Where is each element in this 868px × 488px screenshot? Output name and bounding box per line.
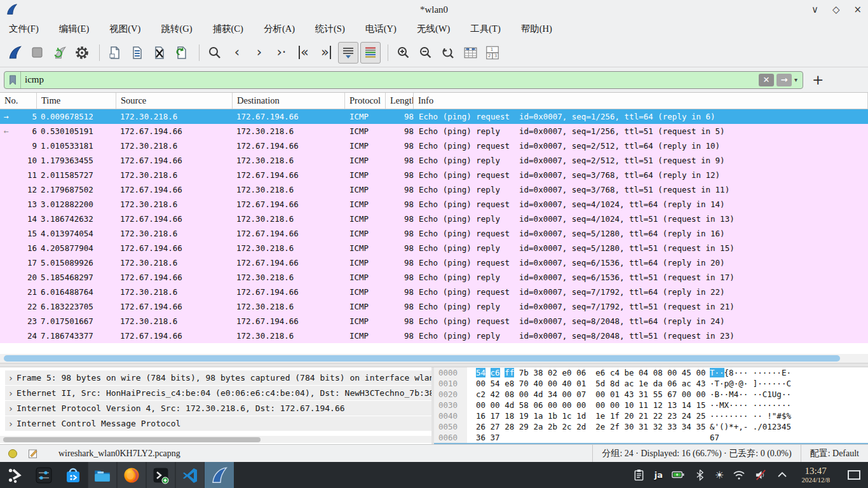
open-file-icon[interactable] bbox=[105, 42, 125, 64]
details-hscrollbar[interactable] bbox=[0, 436, 434, 443]
display-filter-box[interactable]: ✕ → ▾ bbox=[4, 71, 803, 89]
column-header-source[interactable]: Source bbox=[116, 93, 233, 109]
scrollbar-thumb[interactable] bbox=[4, 355, 840, 362]
brightness-icon[interactable]: ☀ bbox=[715, 469, 724, 481]
hex-row-0020[interactable]: 0020c2 42 08 00 4d 34 00 07 00 01 43 31 … bbox=[434, 389, 868, 400]
filter-dropdown-caret-icon[interactable]: ▾ bbox=[794, 76, 797, 83]
maximize-icon[interactable]: ◇ bbox=[832, 4, 840, 15]
scrollbar-thumb[interactable] bbox=[3, 437, 261, 442]
filter-clear-icon[interactable]: ✕ bbox=[759, 74, 774, 86]
filter-apply-icon[interactable]: → bbox=[776, 74, 792, 86]
wifi-icon[interactable] bbox=[733, 468, 745, 481]
layout-icon[interactable]: 123 bbox=[482, 42, 503, 64]
tray-expander-icon[interactable] bbox=[776, 468, 789, 481]
packet-row-16[interactable]: 164.205877904172.67.194.66172.30.218.6IC… bbox=[0, 241, 868, 255]
start-capture-icon[interactable] bbox=[5, 42, 25, 64]
menu-item-6[interactable]: 分析(A) bbox=[262, 22, 296, 36]
column-header-info[interactable]: Info bbox=[414, 93, 868, 109]
hex-row-0050[interactable]: 005026 27 28 29 2a 2b 2c 2d 2e 2f 30 31 … bbox=[434, 421, 868, 432]
expert-info-icon[interactable] bbox=[6, 447, 19, 460]
go-to-packet-icon[interactable]: ›· bbox=[271, 42, 292, 64]
expand-chevron-icon[interactable]: › bbox=[5, 403, 17, 414]
menu-item-4[interactable]: 跳转(G) bbox=[159, 22, 193, 36]
menu-item-5[interactable]: 捕获(C) bbox=[212, 22, 245, 36]
expand-chevron-icon[interactable]: › bbox=[5, 373, 17, 383]
go-last-packet-icon[interactable]: » bbox=[316, 42, 336, 64]
bluetooth-icon[interactable] bbox=[693, 468, 706, 481]
capture-options-icon[interactable] bbox=[72, 42, 92, 64]
hex-row-0030[interactable]: 003000 00 4d 58 06 00 00 00 00 00 10 11 … bbox=[434, 400, 868, 410]
packet-row-21[interactable]: 216.016488764172.30.218.6172.67.194.66IC… bbox=[0, 285, 868, 299]
stop-capture-icon[interactable] bbox=[27, 42, 48, 64]
find-packet-icon[interactable] bbox=[205, 42, 225, 64]
go-back-icon[interactable]: ‹ bbox=[227, 42, 247, 64]
menu-item-11[interactable]: 帮助(H) bbox=[520, 22, 553, 36]
packet-row-13[interactable]: 133.012882200172.30.218.6172.67.194.66IC… bbox=[0, 197, 868, 212]
colorize-packets-icon[interactable] bbox=[360, 42, 381, 64]
minimize-icon[interactable]: ∨ bbox=[811, 4, 818, 15]
packet-list-hscrollbar[interactable] bbox=[0, 354, 868, 363]
column-header-destination[interactable]: Destination bbox=[233, 93, 345, 109]
packet-row-11[interactable]: 112.011585727172.30.218.6172.67.194.66IC… bbox=[0, 168, 868, 182]
save-file-icon[interactable] bbox=[127, 42, 147, 64]
packet-row-5[interactable]: →50.009678512172.30.218.6172.67.194.66IC… bbox=[0, 109, 868, 124]
file-manager-icon[interactable] bbox=[88, 462, 117, 488]
packet-row-12[interactable]: 122.179687502172.67.194.66172.30.218.6IC… bbox=[0, 182, 868, 197]
capture-file-name[interactable]: wireshark_wlan0KH7LY2.pcapng bbox=[47, 449, 180, 459]
zoom-reset-icon[interactable] bbox=[438, 42, 458, 64]
filter-bookmark-icon[interactable] bbox=[4, 72, 21, 88]
detail-row-4[interactable]: ›Internet Control Message Protocol bbox=[5, 416, 431, 431]
packet-row-24[interactable]: 247.186743377172.67.194.66172.30.218.6IC… bbox=[0, 329, 868, 343]
hex-row-0060[interactable]: 006036 3767 bbox=[434, 432, 868, 443]
close-icon[interactable]: × bbox=[853, 4, 862, 15]
firefox-icon[interactable] bbox=[117, 462, 146, 488]
packet-row-10[interactable]: 101.179363455172.67.194.66172.30.218.6IC… bbox=[0, 153, 868, 168]
hex-row-0010[interactable]: 001000 54 e8 70 40 00 40 01 5d 8d ac 1e … bbox=[434, 378, 868, 389]
close-file-icon[interactable] bbox=[149, 42, 170, 64]
capture-comment-icon[interactable] bbox=[27, 447, 39, 460]
clipboard-icon[interactable] bbox=[633, 468, 646, 481]
settings-icon[interactable] bbox=[29, 462, 58, 488]
packet-row-9[interactable]: 91.010533181172.30.218.6172.67.194.66ICM… bbox=[0, 139, 868, 153]
column-header-time[interactable]: Time bbox=[37, 93, 116, 109]
packet-row-22[interactable]: 226.183223705172.67.194.66172.30.218.6IC… bbox=[0, 299, 868, 314]
app-launcher-icon[interactable] bbox=[0, 462, 29, 488]
hex-row-0000[interactable]: 000054 c6 ff 7b 38 02 e0 06 e6 c4 be 04 … bbox=[434, 367, 868, 378]
detail-row-3[interactable]: ›Internet Protocol Version 4, Src: 172.3… bbox=[5, 401, 431, 416]
battery-icon[interactable] bbox=[672, 468, 684, 481]
column-header-protocol[interactable]: Protocol bbox=[345, 93, 386, 109]
detail-row-1[interactable]: ›Frame 5: 98 bytes on wire (784 bits), 9… bbox=[5, 370, 431, 385]
reload-file-icon[interactable] bbox=[172, 42, 192, 64]
menu-item-3[interactable]: 视图(V) bbox=[108, 22, 142, 36]
menu-item-1[interactable]: 文件(F) bbox=[8, 22, 40, 36]
go-first-packet-icon[interactable]: « bbox=[294, 42, 314, 64]
discover-store-icon[interactable] bbox=[58, 462, 88, 488]
column-header-no[interactable]: No. bbox=[0, 93, 37, 109]
packet-row-14[interactable]: 143.186742632172.67.194.66172.30.218.6IC… bbox=[0, 212, 868, 226]
zoom-out-icon[interactable] bbox=[416, 42, 436, 64]
menu-item-9[interactable]: 无线(W) bbox=[416, 22, 451, 36]
profile-selector[interactable]: 配置: Default bbox=[801, 445, 868, 462]
input-method-indicator[interactable]: ja bbox=[654, 470, 663, 480]
menu-item-2[interactable]: 编辑(E) bbox=[58, 22, 91, 36]
expand-chevron-icon[interactable]: › bbox=[5, 388, 17, 398]
packet-row-20[interactable]: 205.185468297172.67.194.66172.30.218.6IC… bbox=[0, 270, 868, 285]
menu-item-10[interactable]: 工具(T) bbox=[469, 22, 502, 36]
show-desktop-button[interactable] bbox=[848, 470, 860, 480]
clock[interactable]: 13:47 2024/12/8 bbox=[801, 466, 830, 484]
filter-add-button[interactable]: + bbox=[812, 72, 824, 88]
detail-row-2[interactable]: ›Ethernet II, Src: HonHaiPrecis_c4:be:04… bbox=[5, 386, 431, 400]
filter-input[interactable] bbox=[21, 74, 759, 85]
packet-row-23[interactable]: 237.017501667172.30.218.6172.67.194.66IC… bbox=[0, 314, 868, 329]
hex-row-0040[interactable]: 004016 17 18 19 1a 1b 1c 1d 1e 1f 20 21 … bbox=[434, 410, 868, 421]
restart-capture-icon[interactable] bbox=[50, 42, 70, 64]
expand-chevron-icon[interactable]: › bbox=[5, 419, 17, 429]
column-header-length[interactable]: Lengtl bbox=[386, 93, 414, 109]
volume-muted-icon[interactable] bbox=[754, 468, 767, 481]
resize-columns-icon[interactable] bbox=[460, 42, 480, 64]
packet-row-17[interactable]: 175.015089926172.30.218.6172.67.194.66IC… bbox=[0, 255, 868, 270]
zoom-in-icon[interactable] bbox=[393, 42, 414, 64]
wireshark-task-icon[interactable] bbox=[205, 462, 234, 488]
terminal-icon[interactable] bbox=[146, 462, 175, 488]
packet-row-15[interactable]: 154.013974054172.30.218.6172.67.194.66IC… bbox=[0, 226, 868, 241]
